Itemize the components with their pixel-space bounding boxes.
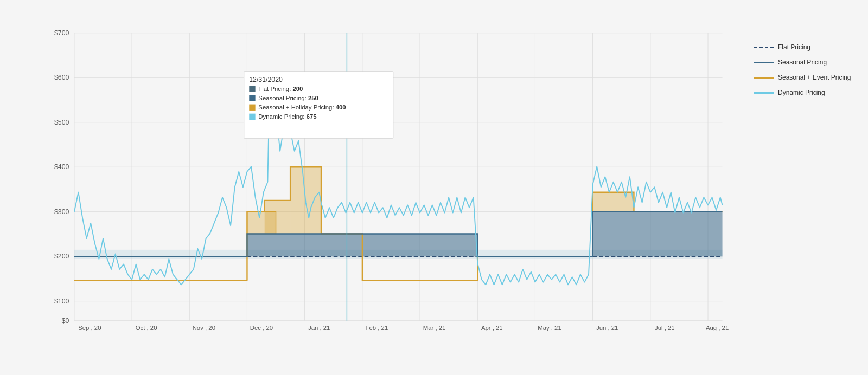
svg-text:Oct , 20: Oct , 20 xyxy=(136,325,157,331)
legend-line-dynamic xyxy=(754,92,774,94)
svg-text:$500: $500 xyxy=(54,119,69,126)
chart-legend: Flat Pricing Seasonal Pricing Seasonal +… xyxy=(749,0,868,375)
legend-label-seasonal-event: Seasonal + Event Pricing xyxy=(778,74,851,81)
svg-text:$100: $100 xyxy=(54,298,69,305)
svg-text:$0: $0 xyxy=(62,317,69,325)
legend-line-seasonal-event xyxy=(754,77,774,79)
svg-rect-46 xyxy=(265,201,290,234)
legend-line-flat xyxy=(754,47,774,48)
legend-item-dynamic: Dynamic Pricing xyxy=(754,89,857,96)
legend-item-flat: Flat Pricing xyxy=(754,43,857,51)
svg-text:Aug , 21: Aug , 21 xyxy=(706,325,729,331)
legend-label-seasonal: Seasonal Pricing xyxy=(778,59,827,66)
svg-text:Flat Pricing: 200: Flat Pricing: 200 xyxy=(258,86,303,92)
svg-text:$600: $600 xyxy=(54,74,69,81)
svg-rect-52 xyxy=(249,86,255,92)
legend-item-seasonal: Seasonal Pricing xyxy=(754,59,857,66)
legend-label-dynamic: Dynamic Pricing xyxy=(778,89,825,96)
svg-text:May , 21: May , 21 xyxy=(538,325,561,331)
svg-text:$700: $700 xyxy=(54,29,69,37)
svg-text:Seasonal + Holiday Pricing: 40: Seasonal + Holiday Pricing: 400 xyxy=(258,104,346,111)
svg-rect-56 xyxy=(249,105,255,111)
svg-rect-54 xyxy=(249,95,255,101)
main-chart: $700 $600 $500 $400 $300 $200 $100 $0 Se… xyxy=(43,16,738,342)
legend-line-seasonal xyxy=(754,62,774,63)
svg-text:$200: $200 xyxy=(54,253,69,260)
svg-text:Dynamic Pricing: 675: Dynamic Pricing: 675 xyxy=(258,113,316,120)
svg-text:$400: $400 xyxy=(54,163,69,171)
legend-label-flat: Flat Pricing xyxy=(778,43,810,51)
svg-rect-44 xyxy=(593,212,723,256)
svg-text:12/31/2020: 12/31/2020 xyxy=(249,76,283,83)
svg-text:$300: $300 xyxy=(54,208,69,216)
svg-text:Nov , 20: Nov , 20 xyxy=(193,325,215,331)
chart-container: $700 $600 $500 $400 $300 $200 $100 $0 Se… xyxy=(0,0,749,375)
svg-text:Feb , 21: Feb , 21 xyxy=(366,325,388,331)
svg-rect-48 xyxy=(593,192,634,212)
svg-text:Seasonal Pricing: 250: Seasonal Pricing: 250 xyxy=(258,95,318,101)
svg-rect-58 xyxy=(249,114,255,120)
svg-text:Sep , 20: Sep , 20 xyxy=(78,325,101,331)
svg-text:Jan , 21: Jan , 21 xyxy=(308,325,330,331)
svg-text:Jul , 21: Jul , 21 xyxy=(655,325,675,331)
svg-text:Dec , 20: Dec , 20 xyxy=(250,325,273,331)
svg-text:Mar , 21: Mar , 21 xyxy=(423,325,446,331)
svg-text:Apr , 21: Apr , 21 xyxy=(481,325,503,331)
legend-item-seasonal-event: Seasonal + Event Pricing xyxy=(754,74,857,81)
svg-text:Jun , 21: Jun , 21 xyxy=(596,325,618,331)
